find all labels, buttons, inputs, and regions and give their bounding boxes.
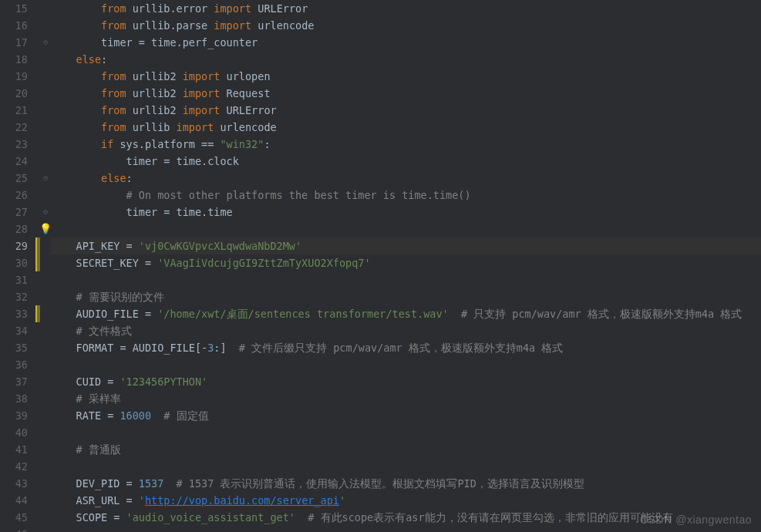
code-line[interactable]: else: — [51, 170, 761, 187]
token-cm: # 需要识别的文件 — [76, 291, 164, 303]
code-line[interactable] — [51, 221, 761, 237]
token-id — [295, 511, 308, 524]
fold-handle[interactable] — [40, 153, 51, 170]
fold-handle[interactable] — [40, 271, 51, 288]
fold-handle[interactable] — [40, 51, 51, 68]
token-kw: import — [183, 104, 227, 116]
code-line[interactable] — [51, 424, 761, 441]
fold-handle[interactable] — [40, 509, 51, 526]
token-kw: if — [101, 138, 120, 150]
code-line[interactable]: from urllib import urlencode — [51, 119, 761, 136]
token-id: DEV_PID = — [76, 477, 139, 490]
token-num: 1537 — [139, 477, 164, 490]
fold-handle[interactable]: ⊖ — [40, 170, 51, 187]
code-line[interactable]: from urllib.parse import urlencode — [51, 17, 761, 34]
code-line[interactable]: if sys.platform == "win32": — [51, 136, 761, 153]
fold-handle[interactable] — [40, 322, 51, 339]
code-line[interactable] — [51, 271, 761, 288]
code-line[interactable]: DEV_PID = 1537 # 1537 表示识别普通话，使用输入法模型。根据… — [51, 475, 761, 492]
token-id: ASR_URL = — [76, 494, 139, 507]
code-line[interactable]: timer = time.perf_counter — [51, 34, 761, 51]
intention-bulb-icon[interactable]: 💡 — [39, 221, 52, 237]
code-line[interactable]: RATE = 16000 # 固定值 — [51, 407, 761, 424]
code-line[interactable]: from urllib2 import URLError — [51, 102, 761, 119]
fold-handle[interactable] — [40, 254, 51, 271]
fold-handle[interactable] — [40, 424, 51, 441]
code-line[interactable]: FORMAT = AUDIO_FILE[-3:] # 文件后缀只支持 pcm/w… — [51, 339, 761, 356]
code-line[interactable]: # 采样率 — [51, 390, 761, 407]
token-cm: # 文件后缀只支持 pcm/wav/amr 格式，极速版额外支持m4a 格式 — [239, 342, 563, 354]
code-line[interactable]: API_KEY = 'vj0CwKGVpvcXLqwdwaNbD2Mw' — [51, 237, 761, 254]
token-kw: else — [76, 53, 102, 66]
token-cm: # 1537 表示识别普通话，使用输入法模型。根据文档填写PID，选择语言及识别… — [177, 477, 584, 490]
fold-handle[interactable] — [40, 475, 51, 492]
code-line[interactable]: # On most other platforms the best timer… — [51, 187, 761, 204]
fold-handle[interactable] — [40, 407, 51, 424]
fold-handle[interactable] — [40, 119, 51, 136]
code-line[interactable]: # 需要识别的文件 — [51, 288, 761, 305]
token-kw: from — [101, 121, 133, 133]
line-number: 27 — [0, 204, 28, 221]
code-line[interactable] — [51, 356, 761, 373]
watermark-text: CSDN @xiangwentao — [640, 513, 752, 526]
code-line[interactable]: from urllib2 import urlopen — [51, 68, 761, 85]
fold-handle[interactable]: 💡 — [40, 221, 51, 237]
code-line[interactable]: # 普通版 — [51, 441, 761, 458]
fold-handle[interactable] — [40, 85, 51, 102]
token-id: Request — [227, 87, 271, 99]
fold-handle[interactable] — [40, 102, 51, 119]
token-kw: from — [101, 104, 133, 116]
code-editor[interactable]: 1516171819202122232425262728293031323334… — [0, 0, 761, 532]
fold-handle[interactable] — [40, 390, 51, 407]
code-line[interactable]: timer = time.clock — [51, 153, 761, 170]
fold-handle[interactable] — [40, 305, 51, 322]
line-number: 36 — [0, 356, 28, 373]
token-id: :] — [214, 342, 239, 354]
fold-handle[interactable] — [40, 68, 51, 85]
code-line[interactable]: CUID = '123456PYTHON' — [51, 373, 761, 390]
code-line[interactable]: from urllib2 import Request — [51, 85, 761, 102]
line-number: 28 — [0, 221, 28, 237]
code-line[interactable]: from urllib.error import URLError — [51, 0, 761, 17]
fold-handle[interactable] — [40, 339, 51, 356]
token-id: : — [264, 138, 270, 150]
fold-handle[interactable] — [40, 373, 51, 390]
fold-handle[interactable] — [40, 237, 51, 254]
fold-handle[interactable] — [40, 458, 51, 475]
code-line[interactable] — [51, 526, 761, 532]
token-num: 16000 — [120, 409, 151, 422]
fold-handle[interactable] — [40, 136, 51, 153]
code-area[interactable]: from urllib.error import URLError from u… — [51, 0, 761, 532]
code-line[interactable]: ASR_URL = 'http://vop.baidu.com/server_a… — [51, 492, 761, 509]
token-id: CUID = — [76, 375, 120, 388]
fold-handle[interactable] — [40, 492, 51, 509]
code-line[interactable] — [51, 458, 761, 475]
token-id: AUDIO_FILE = — [76, 308, 158, 320]
fold-handle[interactable]: ⊖ — [40, 34, 51, 51]
token-kw: from — [101, 2, 133, 15]
fold-handle[interactable] — [40, 526, 51, 532]
token-id: urlencode — [220, 121, 276, 133]
fold-handle[interactable] — [40, 288, 51, 305]
line-number: 34 — [0, 322, 28, 339]
fold-handle[interactable] — [40, 0, 51, 17]
code-line[interactable]: timer = time.time — [51, 204, 761, 221]
fold-handle[interactable] — [40, 441, 51, 458]
code-line[interactable]: else: — [51, 51, 761, 68]
token-id — [163, 477, 176, 490]
token-id: FORMAT = AUDIO_FILE[- — [76, 342, 208, 354]
fold-handle[interactable] — [40, 17, 51, 34]
fold-handle[interactable] — [40, 356, 51, 373]
code-line[interactable]: SECRET_KEY = 'VAagIiVdcujgGI9ZttZmTyXUO2… — [51, 254, 761, 271]
fold-handle[interactable]: ⊖ — [40, 204, 51, 221]
fold-handle[interactable] — [40, 187, 51, 204]
line-number: 17 — [0, 34, 28, 51]
token-kw: else — [101, 172, 126, 184]
token-kw: import — [183, 70, 227, 82]
token-id: URLError — [227, 104, 277, 116]
token-id: urllib — [133, 121, 177, 133]
code-line[interactable]: AUDIO_FILE = '/home/xwt/桌面/sentences tra… — [51, 305, 761, 322]
code-line[interactable]: # 文件格式 — [51, 322, 761, 339]
fold-column: ⊖⊖⊖💡 — [40, 0, 51, 532]
line-number: 25 — [0, 170, 28, 187]
